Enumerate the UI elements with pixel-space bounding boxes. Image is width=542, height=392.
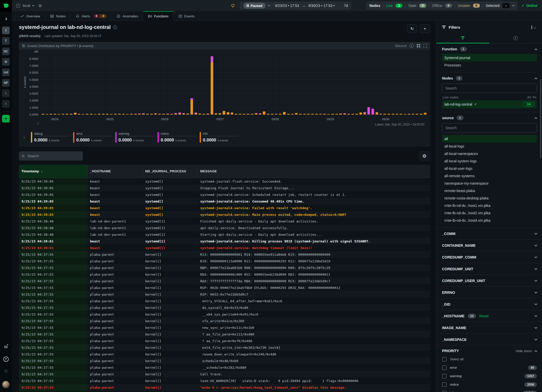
column-header-hostname[interactable]: _HOSTNAME bbox=[87, 165, 143, 178]
table-row[interactable]: 9/25/23 04:38:01beastsystemd[1]systemd-j… bbox=[19, 238, 430, 244]
chart-bar[interactable] bbox=[101, 53, 105, 115]
expand-icon[interactable] bbox=[534, 302, 537, 305]
filter-section-_namespace[interactable]: _NAMESPACE bbox=[436, 334, 542, 345]
table-settings-button[interactable]: ⚙ bbox=[419, 151, 430, 161]
legend-item-debug[interactable]: debug0.0000k events bbox=[31, 132, 70, 143]
filter-section-_hostname[interactable]: _HOSTNAME13Reset bbox=[436, 310, 542, 322]
chart-bar[interactable] bbox=[343, 53, 347, 115]
chart-bar[interactable] bbox=[150, 53, 154, 115]
chart-bar[interactable] bbox=[387, 53, 391, 115]
search-input[interactable] bbox=[27, 154, 80, 158]
filter-section-_gid[interactable]: _GID bbox=[436, 298, 542, 310]
chart-bar[interactable] bbox=[306, 53, 310, 115]
add-space-button[interactable]: + bbox=[2, 115, 10, 122]
chart-bar[interactable] bbox=[411, 53, 415, 115]
expand-rail-button[interactable] bbox=[3, 16, 9, 22]
chart-bar[interactable] bbox=[206, 53, 210, 115]
chart-bar[interactable] bbox=[270, 53, 274, 115]
table-row[interactable]: 9/25/23 04:37:55plaka-parentkernel[]R10:… bbox=[19, 258, 430, 264]
chart-canvas[interactable]: AR i Latest: Sat, Sep 30, 2023 • 18:00:0… bbox=[41, 53, 427, 115]
chart-bar[interactable] bbox=[105, 53, 109, 115]
legend-sort-arrow-icon[interactable]: ↓ bbox=[23, 135, 25, 140]
table-row[interactable]: 9/25/23 04:37:55plaka-parentkernel[] rws… bbox=[19, 351, 430, 357]
chart-bar[interactable] bbox=[335, 53, 339, 115]
function-option-processes[interactable]: Processes bbox=[442, 61, 537, 69]
chart-bar[interactable] bbox=[93, 53, 97, 115]
chart-bar[interactable] bbox=[41, 53, 45, 115]
table-row[interactable]: 9/25/23 04:39:05beastsystemd[]systemd-jo… bbox=[19, 211, 430, 218]
space-item-6[interactable]: t bbox=[2, 89, 10, 97]
table-row[interactable]: 9/25/23 04:37:55plaka-parentkernel[]Call… bbox=[19, 371, 430, 377]
sidebar-scrollbar[interactable] bbox=[540, 79, 541, 158]
tab-anomalies[interactable]: Anomalies bbox=[112, 11, 143, 20]
chart-bar[interactable] bbox=[423, 53, 427, 115]
chart-bar[interactable] bbox=[399, 53, 403, 115]
chart-bar[interactable] bbox=[379, 53, 383, 115]
chevron-down-icon[interactable] bbox=[512, 4, 514, 6]
table-row[interactable]: 9/25/23 04:37:55plaka-parentkernel[] __s… bbox=[19, 364, 430, 371]
chart-bar[interactable] bbox=[282, 53, 286, 115]
chart-bar[interactable] bbox=[141, 53, 145, 115]
time-range-picker[interactable]: Paused 9/23/23 • 17:53 → 9/30/23 • 17:53… bbox=[240, 2, 351, 10]
chevron-down-icon[interactable] bbox=[268, 4, 270, 6]
source-option[interactable]: all-remote-systems bbox=[442, 172, 537, 180]
table-row[interactable]: 9/25/23 04:37:55plaka-parentkernel[] sch… bbox=[19, 357, 430, 364]
chart-bar[interactable] bbox=[97, 53, 101, 115]
source-search[interactable] bbox=[442, 123, 537, 132]
chart-bar[interactable] bbox=[154, 53, 158, 115]
chart-bar[interactable] bbox=[326, 53, 331, 115]
tab-functions[interactable]: f(x) Functions bbox=[143, 11, 174, 21]
expand-icon[interactable] bbox=[534, 314, 537, 317]
chart-bar[interactable] bbox=[407, 53, 411, 115]
source-option[interactable]: all-local-logs bbox=[442, 142, 537, 150]
collapse-icon[interactable] bbox=[534, 48, 537, 51]
chart-info-icon[interactable]: i bbox=[410, 44, 414, 48]
table-row[interactable]: 9/25/23 04:37:55plaka-parentkernel[] do_… bbox=[19, 304, 430, 311]
chart-bar[interactable] bbox=[45, 53, 49, 115]
filter-section-errno[interactable]: ERRNO bbox=[436, 287, 542, 298]
table-row[interactable]: 9/25/23 04:37:55plaka-parentkernel[] Not… bbox=[19, 391, 430, 392]
chart-bar[interactable] bbox=[363, 53, 367, 115]
filter-section-image_name[interactable]: IMAGE_NAME bbox=[436, 322, 542, 334]
notifications-icon[interactable]: ✉ bbox=[4, 344, 8, 350]
table-row[interactable]: 9/25/23 04:37:55plaka-parentkernel[] ent… bbox=[19, 298, 430, 304]
selected-value[interactable]: - bbox=[502, 3, 510, 8]
nodes-search-input[interactable] bbox=[445, 86, 534, 91]
chart-bar[interactable] bbox=[214, 53, 218, 115]
table-row[interactable]: 9/25/23 04:38:48lab-nd-dev-parent1system… bbox=[19, 231, 430, 238]
source-option[interactable]: all bbox=[442, 135, 537, 142]
chart-bar[interactable] bbox=[322, 53, 326, 115]
chart-bar[interactable] bbox=[391, 53, 395, 115]
space-item-1[interactable]: T bbox=[2, 37, 10, 45]
scope-settings-icon[interactable]: ⚙ bbox=[38, 3, 42, 8]
chart-bar[interactable] bbox=[190, 53, 194, 115]
nodes-summary[interactable]: Nodes Live 1 Stale 0 Offline 0 Unseen 0 … bbox=[366, 2, 517, 10]
select-all-checkbox[interactable] bbox=[442, 357, 447, 362]
chart-bar[interactable] bbox=[347, 53, 351, 115]
collapse-header-button[interactable] bbox=[420, 24, 430, 33]
chart-bar[interactable] bbox=[266, 53, 270, 115]
chart-bar[interactable] bbox=[371, 53, 375, 115]
legend-item-error[interactable]: error0.0000k events bbox=[73, 132, 112, 143]
chart-bar[interactable] bbox=[242, 53, 246, 115]
tab-events[interactable]: Events bbox=[174, 11, 200, 20]
rail-settings-icon[interactable]: ⚙ bbox=[4, 368, 8, 374]
chart-bar[interactable] bbox=[129, 53, 133, 115]
source-option[interactable]: remote-costa-desktop.plaka bbox=[442, 194, 537, 202]
chart-bar[interactable] bbox=[415, 53, 419, 115]
chart-bar[interactable] bbox=[57, 53, 61, 115]
chart-bar[interactable] bbox=[286, 53, 290, 115]
chart-bar[interactable] bbox=[351, 53, 355, 115]
source-option[interactable]: all-local-namespaces bbox=[442, 150, 537, 157]
tab-nodes[interactable]: Nodes bbox=[45, 11, 71, 20]
table-row[interactable]: 9/25/23 04:37:55plaka-parentkernel[] vfs… bbox=[19, 318, 430, 324]
tab-alerts[interactable]: Alerts 0 0 bbox=[71, 11, 112, 20]
chart-bar[interactable] bbox=[109, 53, 113, 115]
space-item-3[interactable]: 0I bbox=[2, 58, 10, 66]
chart-bar[interactable] bbox=[331, 53, 335, 115]
collapse-icon[interactable] bbox=[534, 77, 537, 80]
chart-bar[interactable] bbox=[198, 53, 202, 115]
chart-bar[interactable] bbox=[226, 53, 230, 115]
chart-bar[interactable] bbox=[383, 53, 387, 115]
chart-bar[interactable] bbox=[294, 53, 298, 115]
